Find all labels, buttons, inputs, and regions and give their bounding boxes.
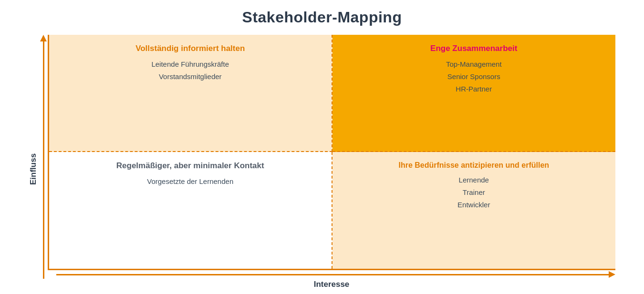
q-bottom-left-item-1: Vorgesetzte der Lernenden	[147, 176, 233, 186]
q-top-right-heading: Enge Zusammenarbeit	[430, 43, 517, 53]
y-arrow-head	[40, 35, 47, 41]
quadrant-top-left: Vollständig informiert halten Leitende F…	[49, 35, 332, 152]
matrix-outer: Vollständig informiert halten Leitende F…	[48, 35, 615, 279]
x-arrow-head	[609, 271, 615, 278]
y-axis-label: Einfluss	[29, 35, 38, 289]
x-axis-arrow	[56, 270, 615, 279]
q-top-left-item-2: Vorstandsmitglieder	[159, 71, 222, 81]
x-axis-label: Interesse	[314, 279, 350, 289]
q-top-left-heading: Vollständig informiert halten	[135, 43, 245, 53]
q-top-right-item-2: Senior Sponsors	[447, 71, 500, 81]
x-axis-bottom: Interesse	[39, 279, 615, 289]
quadrant-bottom-left: Regelmäßiger, aber minimaler Kontakt Vor…	[49, 152, 332, 269]
q-bottom-right-item-2: Trainer	[463, 187, 485, 197]
page-title: Stakeholder-Mapping	[242, 9, 402, 26]
q-top-right-item-1: Top-Management	[446, 59, 502, 69]
quadrant-bottom-right: Ihre Bedürfnisse antizipieren und erfüll…	[332, 152, 616, 269]
q-top-left-item-1: Leitende Führungskräfte	[151, 59, 229, 69]
x-arrow-line	[56, 274, 609, 275]
matrix-with-arrow: Vollständig informiert halten Leitende F…	[39, 35, 615, 279]
matrix-grid: Vollständig informiert halten Leitende F…	[48, 35, 615, 270]
q-top-right-item-3: HR-Partner	[456, 84, 492, 94]
y-axis-arrow	[39, 35, 48, 279]
q-bottom-left-heading: Regelmäßiger, aber minimaler Kontakt	[116, 161, 264, 171]
quadrant-top-right: Enge Zusammenarbeit Top-Management Senio…	[332, 35, 616, 152]
q-bottom-right-item-3: Entwickler	[457, 200, 490, 210]
y-arrow-line	[43, 41, 44, 279]
chart-area: Einfluss Vollständig informiert halten L…	[29, 35, 615, 289]
axis-and-matrix: Vollständig informiert halten Leitende F…	[39, 35, 615, 289]
x-axis-row	[48, 270, 615, 279]
q-bottom-right-heading: Ihre Bedürfnisse antizipieren und erfüll…	[398, 161, 549, 170]
q-bottom-right-item-1: Lernende	[459, 175, 489, 185]
page-wrapper: Stakeholder-Mapping Einfluss Vollständig…	[0, 0, 644, 294]
